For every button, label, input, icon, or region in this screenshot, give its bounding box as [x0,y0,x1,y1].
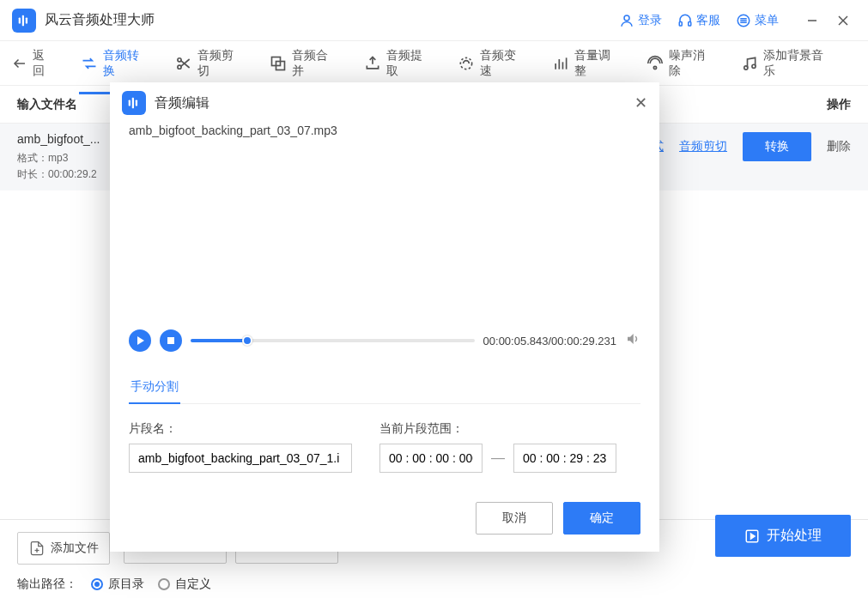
file-name: amb_bigfoot_... [17,132,100,146]
tab-audio-convert[interactable]: 音频转换 [79,45,153,82]
volume-icon[interactable] [625,331,640,350]
login-label: 登录 [638,13,662,28]
file-format: 格式：mp3 [17,151,100,166]
svg-line-16 [180,60,189,67]
menu-link[interactable]: 菜单 [736,13,779,28]
menu-label: 菜单 [755,13,779,28]
player-controls: 00:00:05.843/00:00:29.231 [129,329,640,352]
close-button[interactable] [830,8,856,33]
link-audio-cut[interactable]: 音频剪切 [679,139,727,154]
svg-rect-2 [26,17,27,23]
delete-link[interactable]: 删除 [827,139,851,154]
tab-audio-merge[interactable]: 音频合并 [268,45,342,82]
svg-marker-135 [137,336,144,345]
svg-point-25 [654,66,657,69]
radio-label: 原目录 [108,577,144,592]
tab-add-bgm[interactable]: 添加背景音乐 [739,45,837,82]
segment-name-label: 片段名： [129,421,352,437]
tab-label: 噪声消除 [669,48,717,79]
modal-tabs: 手动分割 [129,371,640,404]
minimize-button[interactable] [799,8,825,33]
back-button[interactable]: 返回 [10,45,58,82]
svg-rect-34 [136,100,137,106]
svg-rect-33 [132,98,134,109]
add-file-button[interactable]: 添加文件 [17,532,110,565]
field-segment-name: 片段名： [129,421,352,473]
waveform-display[interactable] [129,149,640,321]
tab-label: 音频提取 [386,48,434,79]
outpath-label: 输出路径： [17,577,77,592]
modal-footer: 取消 确定 [110,490,659,552]
modal-close-button[interactable]: ✕ [634,94,647,112]
radio-original-dir[interactable]: 原目录 [91,577,144,592]
tab-audio-speed[interactable]: 音频变速 [456,45,530,82]
svg-rect-4 [679,21,682,26]
titlebar: 风云音频处理大师 登录 客服 菜单 [0,0,868,41]
radio-custom-dir[interactable]: 自定义 [158,577,211,592]
col-header-ops: 操作 [827,97,851,112]
audio-edit-modal: 音频编辑 ✕ amb_bigfoot_backing_part_03_07.mp… [110,82,659,552]
add-file-label: 添加文件 [51,541,99,556]
tab-noise-removal[interactable]: 噪声消除 [645,45,719,82]
segment-name-input[interactable] [129,444,352,473]
confirm-button[interactable]: 确定 [563,502,640,535]
app-logo [12,9,36,33]
cancel-button[interactable]: 取消 [476,502,553,535]
modal-logo [122,91,146,115]
tab-manual-split[interactable]: 手动分割 [129,371,180,403]
tab-label: 音频合并 [292,48,340,79]
start-label: 开始处理 [767,527,822,545]
app-title: 风云音频处理大师 [45,11,155,29]
svg-point-27 [752,64,756,68]
tab-label: 音频变速 [480,48,528,79]
back-label: 返回 [33,48,57,79]
progress-fill [191,339,247,342]
range-end-input[interactable] [513,444,616,473]
file-duration: 时长：00:00:29.2 [17,167,100,182]
svg-rect-136 [167,337,174,344]
svg-rect-5 [689,21,691,26]
tab-label: 添加背景音乐 [763,48,835,79]
svg-point-3 [624,15,629,21]
tab-audio-extract[interactable]: 音频提取 [362,45,436,82]
range-start-input[interactable] [379,444,483,473]
segment-range-label: 当前片段范围： [379,421,616,437]
radio-dot-icon [158,578,170,590]
range-dash: — [491,450,505,466]
modal-filename: amb_bigfoot_backing_part_03_07.mp3 [129,124,640,137]
login-link[interactable]: 登录 [619,13,662,28]
progress-bar[interactable] [191,339,475,342]
svg-rect-32 [129,100,131,106]
field-segment-range: 当前片段范围： — [379,421,616,473]
modal-header: 音频编辑 ✕ [110,82,659,124]
file-meta: amb_bigfoot_... 格式：mp3 时长：00:00:29.2 [17,132,100,182]
svg-point-26 [744,65,748,69]
svg-rect-0 [19,17,21,23]
progress-thumb[interactable] [242,335,252,346]
radio-label: 自定义 [175,577,211,592]
play-button[interactable] [129,329,151,352]
tab-label: 音频转换 [103,48,151,79]
svg-rect-1 [22,15,24,26]
tab-label: 音频剪切 [197,48,246,79]
time-display: 00:00:05.843/00:00:29.231 [483,335,616,347]
stop-button[interactable] [160,329,182,352]
segment-fields: 片段名： 当前片段范围： — [129,421,640,473]
support-link[interactable]: 客服 [677,13,720,28]
support-label: 客服 [696,13,720,28]
svg-point-20 [461,57,472,69]
radio-dot-icon [91,578,103,590]
toolbar: 返回 音频转换 音频剪切 音频合并 音频提取 音频变速 音量调整 噪声消除 添加… [0,41,868,86]
tab-volume-adjust[interactable]: 音量调整 [550,45,624,82]
svg-line-17 [180,59,189,66]
tab-label: 音量调整 [574,48,622,79]
tab-audio-cut[interactable]: 音频剪切 [173,45,247,82]
svg-marker-31 [751,534,756,539]
start-processing-button[interactable]: 开始处理 [715,515,851,557]
modal-title: 音频编辑 [155,94,209,112]
convert-button[interactable]: 转换 [743,132,811,161]
